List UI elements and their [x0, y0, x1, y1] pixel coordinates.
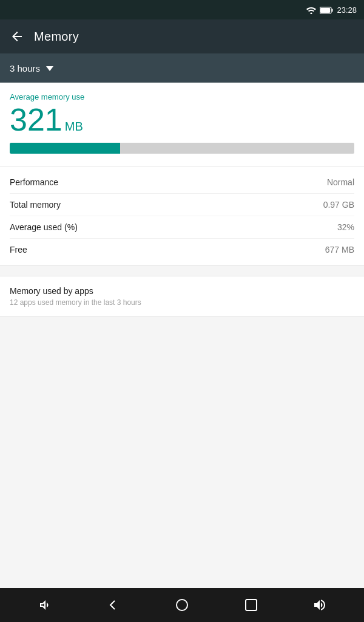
stat-row-performance: Performance Normal [10, 171, 354, 194]
nav-recents[interactable] [237, 590, 266, 620]
stat-label-free: Free [10, 245, 27, 255]
stat-value-avg-used: 32% [337, 222, 354, 232]
svg-point-4 [177, 600, 187, 610]
avg-memory-number: 321 [10, 104, 62, 135]
memory-usage-bar [10, 143, 354, 154]
volume-up-icon [312, 598, 327, 612]
svg-rect-5 [246, 600, 257, 610]
stat-label-avg-used: Average used (%) [10, 222, 78, 232]
memory-bar-fill [10, 143, 120, 154]
dropdown-arrow-icon [46, 63, 53, 73]
back-nav-icon [106, 598, 120, 612]
stats-section: Performance Normal Total memory 0.97 GB … [0, 166, 364, 266]
stat-label-performance: Performance [10, 177, 58, 187]
nav-volume-down[interactable] [30, 590, 59, 620]
stat-row-avg-used: Average used (%) 32% [10, 216, 354, 239]
battery-icon [320, 5, 333, 13]
stat-row-free: Free 677 MB [10, 239, 354, 261]
stat-value-total-memory: 0.97 GB [323, 200, 354, 210]
avg-memory-label: Average memory use [10, 92, 354, 101]
apps-section-subtitle: 12 apps used memory in the last 3 hours [10, 298, 354, 307]
avg-memory-section: Average memory use 321 MB [0, 83, 364, 166]
app-bar: Memory [0, 19, 364, 53]
apps-section-title: Memory used by apps [10, 286, 354, 296]
page-title: Memory [34, 30, 79, 44]
status-icons: 23:28 [306, 5, 357, 15]
avg-memory-unit: MB [65, 120, 83, 134]
svg-point-0 [311, 13, 312, 15]
recents-nav-icon [244, 598, 258, 612]
time-filter-dropdown[interactable]: 3 hours [10, 63, 53, 73]
back-button[interactable] [10, 29, 24, 44]
volume-down-icon [37, 598, 52, 612]
status-bar: 23:28 [0, 0, 364, 19]
empty-space [0, 317, 364, 588]
wifi-icon [306, 5, 316, 15]
stat-value-performance: Normal [327, 177, 354, 187]
time-filter-label: 3 hours [10, 63, 40, 73]
filter-bar: 3 hours [0, 53, 364, 83]
bottom-nav [0, 588, 364, 622]
svg-rect-2 [332, 9, 333, 12]
spacer [0, 266, 364, 271]
stat-value-free: 677 MB [325, 245, 354, 255]
stat-label-total-memory: Total memory [10, 200, 61, 210]
stat-row-total-memory: Total memory 0.97 GB [10, 194, 354, 216]
nav-home[interactable] [167, 590, 197, 620]
main-content: Average memory use 321 MB Performance No… [0, 83, 364, 588]
nav-back[interactable] [98, 590, 127, 620]
apps-section[interactable]: Memory used by apps 12 apps used memory … [0, 276, 364, 317]
svg-rect-3 [320, 8, 330, 13]
avg-memory-value: 321 MB [10, 104, 354, 135]
nav-volume-up[interactable] [305, 590, 334, 620]
home-nav-icon [175, 598, 189, 612]
status-time: 23:28 [337, 5, 357, 15]
